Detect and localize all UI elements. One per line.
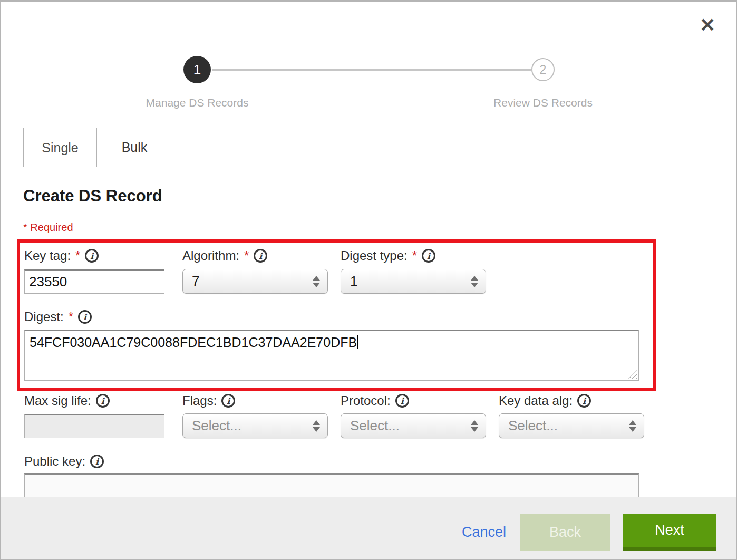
tab-bulk[interactable]: Bulk — [97, 128, 172, 167]
max-sig-life-label: Max sig life: i — [24, 393, 110, 408]
key-data-alg-label: Key data alg: i — [499, 393, 591, 408]
public-key-label: Public key: i — [24, 454, 104, 469]
create-ds-record-modal: { "modal": { "close_icon": "✕" }, "stepp… — [0, 0, 737, 560]
info-icon[interactable]: i — [90, 455, 104, 468]
digest-value: 54FCF030AA1C79C0088FDEC1BD1C37DAA2E70DFB — [30, 335, 357, 350]
required-asterisk: * — [75, 248, 80, 263]
info-icon[interactable]: i — [422, 249, 435, 263]
select-arrows-icon — [471, 420, 478, 432]
info-icon[interactable]: i — [577, 394, 591, 408]
page-title: Create DS Record — [23, 187, 162, 206]
digest-type-label: Digest type: * i — [341, 248, 435, 263]
flags-label: Flags: i — [182, 393, 235, 408]
required-asterisk: * — [412, 248, 417, 263]
text-cursor — [357, 335, 358, 349]
key-tag-label-text: Key tag: — [24, 248, 71, 263]
protocol-select-value: Select... — [350, 418, 400, 434]
back-button[interactable]: Back — [520, 514, 610, 551]
close-icon[interactable]: ✕ — [695, 13, 720, 38]
next-button[interactable]: Next — [623, 514, 716, 551]
key-data-alg-label-text: Key data alg: — [499, 393, 573, 408]
info-icon[interactable]: i — [78, 310, 92, 324]
info-icon[interactable]: i — [96, 394, 110, 408]
select-arrows-icon — [471, 276, 478, 287]
flags-select[interactable]: Select... — [182, 413, 328, 438]
tab-single[interactable]: Single — [23, 128, 97, 167]
max-sig-life-input[interactable] — [24, 414, 164, 438]
stepper-connector-line — [212, 69, 531, 71]
stepper-step-2-circle: 2 — [531, 58, 555, 81]
select-arrows-icon — [313, 420, 320, 432]
max-sig-life-label-text: Max sig life: — [24, 393, 91, 408]
required-note: * Required — [23, 221, 73, 234]
resize-handle-icon[interactable] — [628, 370, 637, 379]
digest-label: Digest: * i — [24, 310, 92, 324]
select-arrows-icon — [629, 420, 636, 432]
key-data-alg-select-value: Select... — [508, 418, 558, 434]
algorithm-label-text: Algorithm: — [182, 248, 239, 263]
digest-type-label-text: Digest type: — [341, 248, 408, 263]
key-data-alg-select[interactable]: Select... — [499, 413, 644, 438]
protocol-select[interactable]: Select... — [341, 413, 486, 438]
digest-label-text: Digest: — [24, 310, 64, 324]
info-icon[interactable]: i — [395, 394, 409, 408]
digest-type-select-value: 1 — [350, 273, 357, 289]
digest-type-select[interactable]: 1 — [341, 269, 486, 294]
algorithm-label: Algorithm: * i — [182, 248, 267, 263]
select-arrows-icon — [313, 276, 320, 287]
public-key-label-text: Public key: — [24, 454, 85, 469]
required-asterisk: * — [69, 310, 73, 324]
stepper-step-1-label: Manage DS Records — [118, 96, 276, 109]
cancel-button[interactable]: Cancel — [462, 524, 506, 540]
key-tag-input[interactable] — [24, 269, 164, 294]
stepper-step-1-circle: 1 — [183, 56, 211, 83]
algorithm-select[interactable]: 7 — [182, 269, 328, 294]
key-tag-label: Key tag: * i — [24, 248, 99, 263]
info-icon[interactable]: i — [221, 394, 235, 408]
stepper-step-2-label: Review DS Records — [464, 96, 622, 109]
protocol-label: Protocol: i — [341, 393, 409, 408]
info-icon[interactable]: i — [85, 249, 99, 263]
algorithm-select-value: 7 — [192, 273, 199, 289]
info-icon[interactable]: i — [254, 249, 267, 263]
digest-textarea[interactable]: 54FCF030AA1C79C0088FDEC1BD1C37DAA2E70DFB — [24, 330, 639, 381]
protocol-label-text: Protocol: — [341, 393, 391, 408]
flags-select-value: Select... — [192, 418, 241, 434]
flags-label-text: Flags: — [182, 393, 217, 408]
required-asterisk: * — [244, 248, 249, 263]
